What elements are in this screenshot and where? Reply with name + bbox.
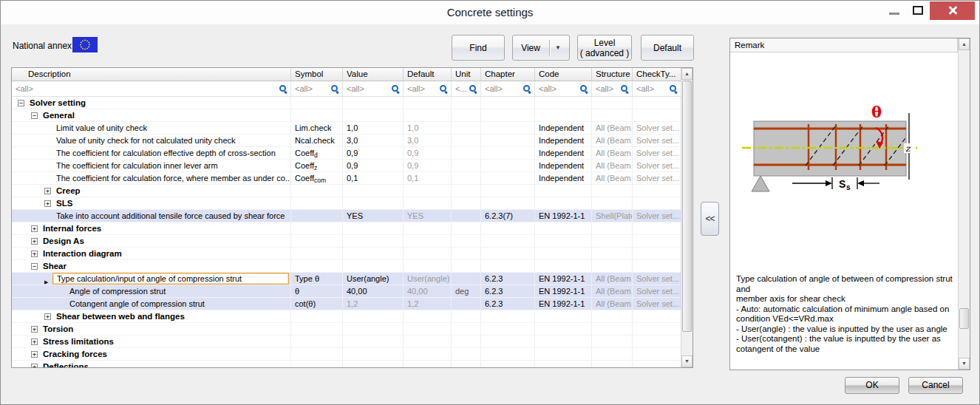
expand-icon[interactable]: + — [31, 251, 38, 257]
cell-unit[interactable] — [452, 172, 481, 184]
cell-default[interactable] — [404, 336, 452, 347]
cell-default[interactable]: User(angle) — [404, 273, 452, 285]
cell-value[interactable] — [343, 260, 404, 272]
cell-description[interactable]: +Design As — [12, 235, 291, 247]
filter-symbol[interactable]: <all> — [291, 81, 343, 96]
cell-symbol[interactable]: θ — [291, 285, 343, 297]
cell-chapter[interactable]: 6.2.3 — [481, 285, 535, 297]
cell-default[interactable] — [404, 235, 452, 247]
cell-structure[interactable]: All (Beam... — [592, 122, 633, 134]
column-header-chapter[interactable]: Chapter — [481, 68, 535, 81]
expand-icon[interactable]: + — [31, 338, 38, 345]
ok-button[interactable]: OK — [845, 377, 899, 394]
cell-symbol[interactable] — [291, 109, 343, 121]
table-row[interactable]: +Torsion — [12, 323, 681, 336]
cell-description[interactable]: Value of unity check for not calculated … — [12, 135, 291, 146]
cell-structure[interactable] — [592, 348, 633, 360]
cell-unit[interactable] — [452, 222, 481, 234]
cell-description[interactable]: The coefficient for calculation force, w… — [12, 172, 291, 184]
cell-description[interactable]: +Shear between web and flanges — [12, 310, 291, 322]
table-row[interactable]: The coefficient for calculation force, w… — [12, 172, 681, 185]
cell-chapter[interactable] — [481, 248, 535, 259]
table-row[interactable]: +Deflections — [12, 361, 681, 367]
expand-icon[interactable]: + — [31, 238, 38, 245]
table-row[interactable]: +Stress limitations — [12, 336, 681, 348]
cell-checktype[interactable]: Solver set... — [633, 172, 681, 184]
cell-value[interactable]: 0,1 — [343, 172, 404, 184]
cell-symbol[interactable] — [291, 210, 343, 222]
cell-description[interactable]: −Solver setting — [12, 97, 291, 109]
cell-checktype[interactable] — [633, 197, 681, 209]
cell-value[interactable] — [343, 323, 404, 335]
cell-value[interactable] — [343, 97, 404, 109]
cell-unit[interactable] — [452, 135, 481, 146]
cell-chapter[interactable] — [481, 222, 535, 234]
cell-value[interactable] — [343, 197, 404, 209]
cell-chapter[interactable]: 6.2.3 — [481, 273, 535, 285]
cell-value[interactable]: 0,9 — [343, 147, 404, 159]
cell-unit[interactable] — [452, 348, 481, 360]
cell-value[interactable] — [343, 336, 404, 347]
search-icon[interactable] — [469, 84, 477, 93]
cell-description[interactable]: +SLS — [12, 197, 291, 209]
column-header-value[interactable]: Value — [343, 68, 404, 81]
cell-symbol[interactable]: Type θ — [291, 273, 343, 285]
search-icon[interactable] — [391, 84, 400, 93]
cell-code[interactable] — [535, 348, 592, 360]
filter-description[interactable]: <all> — [12, 81, 291, 96]
cell-description[interactable]: +Deflections — [12, 361, 291, 367]
scroll-up-icon[interactable]: ▲ — [681, 68, 693, 80]
cell-unit[interactable] — [452, 147, 481, 159]
cell-chapter[interactable]: 6.2.3(7) — [481, 210, 535, 222]
cell-description[interactable]: +Torsion — [12, 323, 291, 335]
cell-checktype[interactable]: Solver set... — [633, 273, 681, 285]
collapse-icon[interactable]: − — [31, 263, 38, 270]
cell-default[interactable] — [404, 323, 452, 335]
filter-structure[interactable]: <all> — [592, 81, 633, 96]
table-row[interactable]: +Cracking forces — [12, 348, 681, 361]
cell-code[interactable] — [535, 185, 592, 197]
cell-structure[interactable]: All (Beam... — [592, 285, 633, 297]
cell-code[interactable] — [535, 248, 592, 259]
cell-structure[interactable] — [592, 323, 633, 335]
cell-symbol[interactable]: cot(θ) — [291, 298, 343, 310]
cell-code[interactable] — [535, 222, 592, 234]
cell-value[interactable]: 1,2 — [343, 298, 404, 310]
search-icon[interactable] — [279, 84, 287, 93]
cell-code[interactable]: EN 1992-1-1 — [535, 298, 592, 310]
cell-value[interactable]: 3,0 — [343, 135, 404, 146]
cell-code[interactable] — [535, 197, 592, 209]
cell-structure[interactable]: Shell(Plate) — [592, 210, 633, 222]
table-row[interactable]: +Design As — [12, 235, 681, 248]
cell-structure[interactable] — [592, 235, 633, 247]
cell-checktype[interactable] — [633, 348, 681, 360]
cell-chapter[interactable]: 6.2.3 — [481, 298, 535, 310]
cell-description[interactable]: +Internal forces — [12, 222, 291, 234]
scroll-down-icon[interactable]: ▼ — [959, 358, 970, 370]
cell-description[interactable]: +Cracking forces — [12, 348, 291, 360]
cell-code[interactable]: Independent — [535, 172, 592, 184]
cell-default[interactable]: 0,9 — [404, 147, 452, 159]
table-row[interactable]: The coefficient for calculation effectiv… — [12, 147, 681, 160]
cell-code[interactable] — [535, 109, 592, 121]
table-row[interactable]: The coefficient for calculation inner le… — [12, 160, 681, 172]
filter-checktype[interactable]: <all> — [633, 81, 681, 96]
cell-default[interactable]: 0,1 — [404, 172, 452, 184]
cell-structure[interactable] — [592, 109, 633, 121]
expand-icon[interactable]: + — [44, 188, 51, 194]
cell-symbol[interactable]: Coeffd — [291, 147, 343, 159]
cell-value[interactable]: 40,00 — [343, 285, 404, 297]
cell-unit[interactable] — [452, 361, 481, 367]
cell-symbol[interactable]: Lim.check — [291, 122, 343, 134]
cell-checktype[interactable] — [633, 310, 681, 322]
find-button[interactable]: Find — [452, 35, 505, 61]
cell-default[interactable]: 1,2 — [404, 298, 452, 310]
cell-value[interactable]: User(angle) — [343, 273, 404, 285]
cell-checktype[interactable]: Solver set... — [633, 122, 681, 134]
cell-default[interactable] — [404, 348, 452, 360]
cell-code[interactable]: Independent — [535, 147, 592, 159]
cell-code[interactable]: Independent — [535, 135, 592, 146]
expand-icon[interactable]: + — [44, 200, 51, 207]
cell-default[interactable]: 3,0 — [404, 135, 452, 146]
column-header-symbol[interactable]: Symbol — [291, 68, 343, 81]
